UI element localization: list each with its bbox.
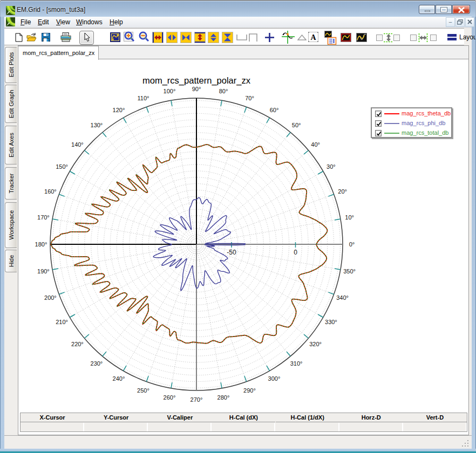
svg-text:40°: 40°: [311, 141, 320, 148]
svg-text:230°: 230°: [91, 360, 103, 367]
svg-text:170°: 170°: [37, 214, 50, 221]
svg-text:180°: 180°: [35, 241, 47, 248]
svg-text:220°: 220°: [71, 341, 84, 347]
svg-text:210°: 210°: [56, 319, 68, 325]
svg-text:100°: 100°: [164, 88, 176, 94]
svg-text:280°: 280°: [217, 394, 230, 401]
svg-text:0°: 0°: [349, 241, 355, 248]
svg-text:320°: 320°: [309, 341, 322, 347]
svg-text:0: 0: [294, 249, 297, 256]
svg-text:A: A: [310, 33, 316, 42]
svg-text:150°: 150°: [56, 163, 68, 170]
svg-text:130°: 130°: [91, 122, 103, 128]
svg-text:10°: 10°: [345, 214, 354, 221]
svg-text:20°: 20°: [338, 188, 347, 195]
svg-text:110°: 110°: [138, 95, 149, 101]
svg-text:290°: 290°: [243, 387, 256, 394]
svg-text:250°: 250°: [137, 387, 149, 394]
svg-text:260°: 260°: [164, 394, 176, 401]
svg-text:mom_rcs_pattern_polar_zx: mom_rcs_pattern_polar_zx: [142, 76, 251, 86]
svg-text:330°: 330°: [325, 319, 337, 325]
svg-text:140°: 140°: [71, 141, 84, 148]
svg-text:70°: 70°: [245, 95, 254, 101]
svg-text:340°: 340°: [336, 294, 349, 301]
svg-text:300°: 300°: [268, 375, 281, 382]
svg-text:160°: 160°: [44, 188, 57, 195]
svg-text:-50: -50: [227, 249, 236, 256]
svg-text:240°: 240°: [113, 375, 125, 382]
svg-text:60°: 60°: [270, 107, 279, 113]
svg-text:30°: 30°: [327, 163, 336, 170]
svg-text:310°: 310°: [290, 360, 303, 367]
svg-text:190°: 190°: [37, 268, 50, 274]
svg-text:80°: 80°: [219, 88, 228, 94]
svg-text:120°: 120°: [113, 107, 125, 113]
svg-text:350°: 350°: [343, 268, 356, 274]
svg-text:270°: 270°: [191, 396, 203, 403]
svg-text:90°: 90°: [192, 86, 201, 92]
svg-text:200°: 200°: [44, 294, 57, 301]
svg-text:50°: 50°: [292, 122, 301, 128]
